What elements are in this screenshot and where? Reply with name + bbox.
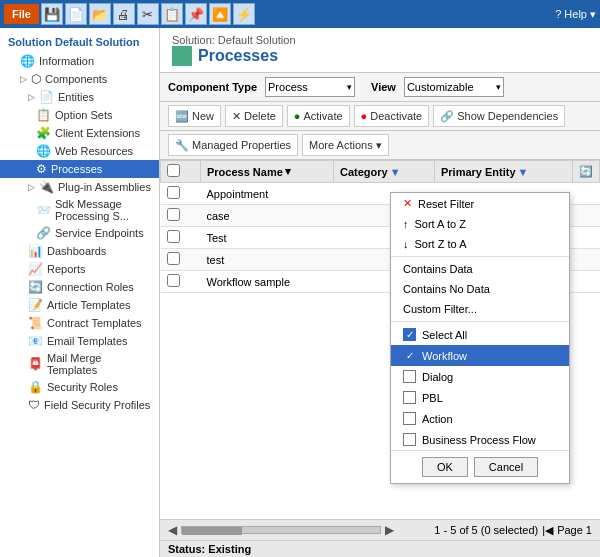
sidebar-item-contract-templates[interactable]: 📜 Contract Templates bbox=[0, 314, 159, 332]
sidebar-item-connection-roles[interactable]: 🔄 Connection Roles bbox=[0, 278, 159, 296]
sidebar-item-entities[interactable]: ▷ 📄 Entities bbox=[0, 88, 159, 106]
deactivate-button[interactable]: ● Deactivate bbox=[354, 105, 430, 127]
row-checkbox[interactable] bbox=[167, 274, 180, 287]
category-col-label: Category bbox=[340, 166, 388, 178]
more-actions-button[interactable]: More Actions ▾ bbox=[302, 134, 389, 156]
deactivate-icon: ● bbox=[361, 110, 368, 122]
view-dropdown[interactable]: Customizable ▾ bbox=[404, 77, 504, 97]
action-cell bbox=[573, 205, 600, 227]
horizontal-scrollbar: ◀ ▶ bbox=[168, 523, 394, 537]
sidebar-item-option-sets[interactable]: 📋 Option Sets bbox=[0, 106, 159, 124]
sidebar-item-field-security[interactable]: 🛡 Field Security Profiles bbox=[0, 396, 159, 414]
security-roles-icon: 🔒 bbox=[28, 380, 43, 394]
scroll-thumb[interactable] bbox=[182, 527, 242, 535]
client-extensions-icon: 🧩 bbox=[36, 126, 51, 140]
primary-entity-col-header[interactable]: Primary Entity ▼ bbox=[435, 161, 573, 183]
row-checkbox[interactable] bbox=[167, 186, 180, 199]
sidebar-header: Solution Default Solution bbox=[0, 32, 159, 52]
row-checkbox[interactable] bbox=[167, 208, 180, 221]
reset-filter-item[interactable]: ✕ Reset Filter bbox=[391, 193, 569, 214]
sort-za-item[interactable]: ↓ Sort Z to A bbox=[391, 234, 569, 254]
sidebar-item-security-roles[interactable]: 🔒 Security Roles bbox=[0, 378, 159, 396]
dialog-item[interactable]: Dialog bbox=[391, 366, 569, 387]
paste-icon[interactable]: 📌 bbox=[185, 3, 207, 25]
delete-button[interactable]: ✕ Delete bbox=[225, 105, 283, 127]
sidebar-item-label: Mail Merge Templates bbox=[47, 352, 151, 376]
file-button[interactable]: File bbox=[4, 4, 39, 24]
help-button[interactable]: ? Help ▾ bbox=[555, 8, 596, 21]
pagination: 1 - 5 of 5 (0 selected) |◀ Page 1 bbox=[434, 524, 592, 537]
scroll-track[interactable] bbox=[181, 526, 381, 534]
sidebar-item-web-resources[interactable]: 🌐 Web Resources bbox=[0, 142, 159, 160]
page-first-icon[interactable]: |◀ bbox=[542, 524, 553, 537]
checkbox-col-header bbox=[161, 161, 201, 183]
component-type-toolbar: Component Type Process ▾ View Customizab… bbox=[160, 73, 600, 102]
sidebar-item-processes[interactable]: ⚙ Processes bbox=[0, 160, 159, 178]
sort-az-item[interactable]: ↑ Sort A to Z bbox=[391, 214, 569, 234]
sidebar-item-service-endpoints[interactable]: 🔗 Service Endpoints bbox=[0, 224, 159, 242]
scroll-left-icon[interactable]: ◀ bbox=[168, 523, 177, 537]
cancel-button[interactable]: Cancel bbox=[474, 457, 538, 477]
new-button[interactable]: 🆕 New bbox=[168, 105, 221, 127]
top-toolbar: File 💾 📄 📂 🖨 ✂ 📋 📌 🔼 ⚡ ? Help ▾ bbox=[0, 0, 600, 28]
sidebar-item-sdk-message[interactable]: 📨 Sdk Message Processing S... bbox=[0, 196, 159, 224]
sidebar-item-article-templates[interactable]: 📝 Article Templates bbox=[0, 296, 159, 314]
sidebar-item-components[interactable]: ▷ ⬡ Components bbox=[0, 70, 159, 88]
sidebar-item-information[interactable]: 🌐 Information bbox=[0, 52, 159, 70]
field-security-icon: 🛡 bbox=[28, 398, 40, 412]
process-name-col-header[interactable]: Process Name ▾ bbox=[201, 161, 334, 183]
grid-header-row: Process Name ▾ Category ▼ bbox=[161, 161, 600, 183]
select-all-item[interactable]: ✓ Select All bbox=[391, 324, 569, 345]
show-dependencies-button[interactable]: 🔗 Show Dependencies bbox=[433, 105, 565, 127]
row-checkbox[interactable] bbox=[167, 230, 180, 243]
component-type-dropdown[interactable]: Process ▾ bbox=[265, 77, 355, 97]
chevron-down-icon: ▾ bbox=[347, 82, 352, 92]
sidebar-item-plugin-assemblies[interactable]: ▷ 🔌 Plug-in Assemblies bbox=[0, 178, 159, 196]
custom-filter-item[interactable]: Custom Filter... bbox=[391, 299, 569, 319]
filter-icon: ▼ bbox=[390, 166, 401, 178]
sidebar-item-email-templates[interactable]: 📧 Email Templates bbox=[0, 332, 159, 350]
action-cell bbox=[573, 183, 600, 205]
cut-icon[interactable]: ✂ bbox=[137, 3, 159, 25]
business-process-flow-item[interactable]: Business Process Flow bbox=[391, 429, 569, 450]
row-checkbox[interactable] bbox=[167, 252, 180, 265]
dependencies-icon: 🔗 bbox=[440, 110, 454, 123]
save-icon[interactable]: 💾 bbox=[41, 3, 63, 25]
publish-icon[interactable]: 🔼 bbox=[209, 3, 231, 25]
view-label: View bbox=[371, 81, 396, 93]
activate-button[interactable]: ● Activate bbox=[287, 105, 350, 127]
action-item[interactable]: Action bbox=[391, 408, 569, 429]
sidebar-item-mail-merge[interactable]: 📮 Mail Merge Templates bbox=[0, 350, 159, 378]
sidebar-item-label: Service Endpoints bbox=[55, 227, 144, 239]
refresh-col-header[interactable]: 🔄 bbox=[573, 161, 600, 183]
dialog-checkbox-icon bbox=[403, 370, 416, 383]
sidebar-item-reports[interactable]: 📈 Reports bbox=[0, 260, 159, 278]
contains-no-data-item[interactable]: Contains No Data bbox=[391, 279, 569, 299]
new-icon[interactable]: 📄 bbox=[65, 3, 87, 25]
contract-templates-icon: 📜 bbox=[28, 316, 43, 330]
scroll-right-icon[interactable]: ▶ bbox=[385, 523, 394, 537]
select-all-checkbox[interactable] bbox=[167, 164, 180, 177]
sidebar-item-label: Reports bbox=[47, 263, 86, 275]
open-icon[interactable]: 📂 bbox=[89, 3, 111, 25]
pbl-item[interactable]: PBL bbox=[391, 387, 569, 408]
process-name-cell: Workflow sample bbox=[201, 271, 334, 293]
reset-filter-icon: ✕ bbox=[403, 197, 412, 210]
delete-icon: ✕ bbox=[232, 110, 241, 123]
ok-button[interactable]: OK bbox=[422, 457, 468, 477]
sort-za-icon: ↓ bbox=[403, 238, 409, 250]
sidebar-item-client-extensions[interactable]: 🧩 Client Extensions bbox=[0, 124, 159, 142]
copy-icon[interactable]: 📋 bbox=[161, 3, 183, 25]
managed-properties-button[interactable]: 🔧 Managed Properties bbox=[168, 134, 298, 156]
sidebar-item-dashboards[interactable]: 📊 Dashboards bbox=[0, 242, 159, 260]
workflow-checkbox-icon: ✓ bbox=[403, 349, 416, 362]
sidebar-item-label: Web Resources bbox=[55, 145, 133, 157]
print-icon[interactable]: 🖨 bbox=[113, 3, 135, 25]
contains-data-item[interactable]: Contains Data bbox=[391, 259, 569, 279]
workflow-item[interactable]: ✓ Workflow bbox=[391, 345, 569, 366]
bpf-checkbox-icon bbox=[403, 433, 416, 446]
extra-icon[interactable]: ⚡ bbox=[233, 3, 255, 25]
category-col-header[interactable]: Category ▼ bbox=[333, 161, 434, 183]
process-name-cell: Appointment bbox=[201, 183, 334, 205]
status-bar: Status: Existing bbox=[160, 540, 600, 557]
